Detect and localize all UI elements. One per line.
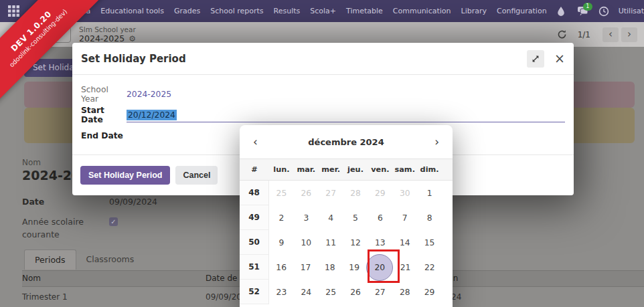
day-cell[interactable]: 12 [343, 230, 368, 255]
tab-periods[interactable]: Periods [24, 249, 76, 270]
day-cell[interactable]: 24 [294, 280, 319, 304]
day-cell[interactable]: 4 [319, 205, 343, 230]
calendar-week-row: 492345678 [240, 205, 453, 230]
week-number: 52 [240, 280, 269, 304]
weekday-thu: jeu. [343, 165, 368, 174]
day-cell[interactable]: 26 [343, 280, 368, 304]
message-count-badge: 1 [583, 3, 592, 11]
day-cell[interactable]: 3 [294, 205, 319, 230]
menu-library[interactable]: Library [461, 7, 487, 15]
start-date-selected-text: 20/12/2024 [127, 110, 177, 120]
date-field-value: 09/09/2024 [109, 197, 157, 207]
next-month-icon[interactable]: › [434, 136, 439, 148]
breadcrumb-record[interactable]: 2024-2025 [79, 35, 125, 43]
weekday-tue: mar. [294, 165, 319, 174]
current-year-checkbox[interactable]: ✓ [109, 217, 118, 226]
datepicker-month-label: décembre 2024 [258, 137, 434, 147]
day-cell[interactable]: 17 [293, 255, 317, 280]
expand-dialog-button[interactable] [527, 50, 544, 68]
day-cell[interactable]: 6 [368, 205, 392, 230]
top-menu: My data Educational tools Grades School … [61, 7, 548, 15]
weekday-wed: mer. [319, 165, 343, 174]
day-cell[interactable]: 27 [319, 181, 343, 205]
day-cell[interactable]: 16 [269, 255, 293, 280]
menu-school-reports[interactable]: School reports [210, 7, 263, 15]
calendar-week-row: 482526272829301 [240, 181, 453, 205]
top-navbar: My data Educational tools Grades School … [0, 0, 644, 22]
cancel-button[interactable]: Cancel [175, 166, 218, 185]
dialog-header: Set Holiday Period × [72, 43, 574, 75]
day-cell[interactable]: 29 [417, 280, 442, 304]
close-icon[interactable]: × [554, 52, 565, 65]
previous-month-icon[interactable]: ‹ [253, 136, 258, 148]
gear-icon[interactable]: ⚙ [129, 35, 136, 43]
week-number: 50 [240, 230, 269, 255]
day-cell[interactable]: 25 [269, 181, 294, 205]
day-cell[interactable]: 22 [418, 255, 442, 280]
school-year-label: School Year [81, 85, 127, 104]
pager-counter: 1/1 [578, 30, 590, 39]
day-cell[interactable]: 23 [269, 280, 294, 304]
menu-communication[interactable]: Communication [393, 7, 451, 15]
breadcrumb-model[interactable]: Slm School year [79, 26, 136, 33]
tab-classrooms[interactable]: Classrooms [76, 249, 145, 270]
end-date-label: End Date [81, 131, 127, 140]
weekday-mon: lun. [269, 165, 294, 174]
day-cell[interactable]: 28 [343, 181, 368, 205]
day-cell[interactable]: 28 [392, 280, 417, 304]
day-cell[interactable]: 27 [368, 280, 392, 304]
school-year-value[interactable]: 2024-2025 [127, 90, 171, 99]
activity-clock-icon[interactable] [598, 6, 609, 17]
week-number: 51 [240, 255, 269, 280]
dialog-title: Set Holiday Period [81, 53, 527, 65]
day-cell[interactable]: 18 [318, 255, 342, 280]
droplet-icon[interactable] [556, 6, 566, 17]
set-holiday-period-submit-button[interactable]: Set Holiday Period [80, 166, 170, 185]
day-cell[interactable]: 1 [417, 181, 442, 205]
day-cell[interactable]: 30 [392, 181, 417, 205]
name-field-label: Nom [22, 158, 41, 167]
messages-icon[interactable]: 1 [577, 6, 588, 17]
menu-grades[interactable]: Grades [174, 7, 200, 15]
datepicker-popup: ‹ décembre 2024 › # lun. mar. mer. jeu. … [240, 125, 453, 307]
week-number: 48 [240, 181, 269, 205]
menu-timetable[interactable]: Timetable [346, 7, 383, 15]
day-cell[interactable]: 7 [392, 205, 417, 230]
menu-results[interactable]: Results [274, 7, 301, 15]
day-cell[interactable]: 10 [294, 230, 319, 255]
datepicker-nav: ‹ décembre 2024 › [240, 125, 453, 159]
menu-scola-plus[interactable]: Scola+ [310, 7, 336, 15]
calendar-week-row: 5116171819202122 [240, 255, 453, 280]
day-cell[interactable]: 15 [417, 230, 442, 255]
pager-controls: 1/1 ‹ › [557, 27, 637, 42]
topbar-icons: 1 [556, 6, 609, 17]
day-cell[interactable]: 19 [342, 255, 366, 280]
pager-next-button[interactable]: › [621, 27, 637, 42]
day-cell[interactable]: 9 [269, 230, 294, 255]
current-year-label: Année scolaire courante [22, 215, 97, 241]
cell-nom: Trimester 1 [22, 292, 68, 302]
day-cell[interactable]: 8 [417, 205, 442, 230]
weekday-sun: dim. [417, 165, 442, 174]
start-date-input[interactable]: 20/12/2024 [127, 108, 565, 122]
day-cell[interactable]: 25 [319, 280, 343, 304]
menu-educational-tools[interactable]: Educational tools [100, 7, 164, 15]
day-cell[interactable]: 29 [368, 181, 392, 205]
calendar-week-row: 509101112131415 [240, 230, 453, 255]
pager-previous-button[interactable]: ‹ [602, 27, 619, 42]
day-cell[interactable]: 5 [343, 205, 368, 230]
menu-configuration[interactable]: Configuration [497, 7, 547, 15]
notebook-tabs: Periods Classrooms [24, 249, 144, 270]
user-menu[interactable]: Utilisat [619, 7, 644, 15]
weekday-sat: sam. [392, 165, 417, 174]
col-nom: Nom [22, 274, 41, 283]
weekday-header-row: # lun. mar. mer. jeu. ven. sam. dim. [240, 159, 453, 181]
refresh-icon[interactable] [557, 29, 567, 39]
day-cell[interactable]: 26 [294, 181, 319, 205]
day-cell[interactable]: 11 [319, 230, 343, 255]
weeknum-col-header: # [240, 165, 269, 174]
datepicker-grid: 4825262728293014923456785091011121314155… [240, 181, 453, 304]
day-cell[interactable]: 2 [269, 205, 294, 230]
apps-grid-icon[interactable] [8, 5, 19, 17]
start-date-label: Start Date [81, 106, 127, 124]
